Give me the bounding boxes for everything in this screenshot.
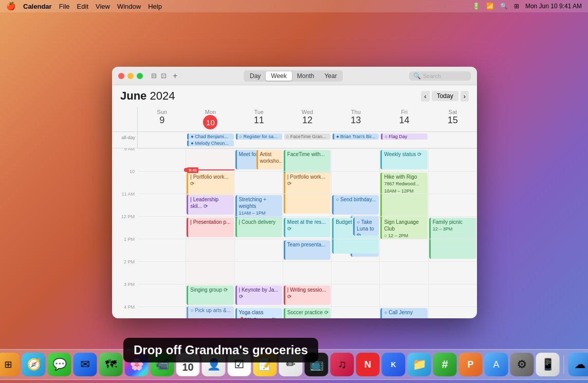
tab-month[interactable]: Month (292, 71, 319, 81)
slot-fri-10[interactable]: Hike with Rigo7867 Redwood...10AM – 12PM (380, 171, 428, 194)
dock-safari[interactable]: 🧭 (22, 353, 46, 376)
slot-fri-4[interactable]: ○ Call Jenny Guitar lessons... (380, 307, 428, 318)
event-chad-benjamin[interactable]: ● Chad Benjami... (187, 133, 233, 140)
slot-sat-4[interactable] (429, 307, 477, 318)
add-event-icon[interactable]: + (173, 71, 177, 81)
app-menu-calendar[interactable]: Calendar (23, 3, 52, 10)
slot-thu-9[interactable] (332, 148, 380, 171)
slot-fri-11[interactable] (380, 194, 428, 216)
event-melody-cheun[interactable]: ● Melody Cheun... (187, 140, 233, 146)
slot-mon-1[interactable] (186, 239, 234, 261)
dock-maps[interactable]: 🗺 (99, 353, 123, 376)
slot-sun-4[interactable] (138, 307, 186, 318)
event-writing-session[interactable]: | Writing sessio... ⟳ (284, 285, 330, 305)
event-meet-res[interactable]: Meet at the res... ⟳ (284, 218, 330, 237)
slot-sun-12[interactable] (138, 216, 186, 239)
menu-view[interactable]: View (96, 3, 110, 10)
slot-mon-2[interactable] (186, 261, 234, 284)
dock-mail[interactable]: ✉ (74, 353, 97, 376)
dock-icloud[interactable]: ☁ (568, 353, 589, 376)
slot-thu-1[interactable] (332, 239, 380, 261)
slot-sat-2[interactable] (429, 261, 477, 284)
inbox-icon[interactable]: ⊡ (161, 72, 167, 80)
tab-week[interactable]: Week (266, 71, 291, 81)
sidebar-toggle-icon[interactable]: ⊟ (151, 72, 157, 80)
next-button[interactable]: › (461, 91, 469, 102)
slot-wed-11[interactable] (283, 194, 332, 216)
event-flag-day[interactable]: ○ Flag Day (381, 133, 427, 140)
event-couch-delivery[interactable]: | Couch delivery (235, 218, 282, 237)
event-send-birthday[interactable]: ○ Send birthday... (332, 195, 379, 215)
close-button[interactable] (118, 73, 124, 79)
dock-iphone[interactable]: 📱 (536, 353, 560, 376)
slot-tue-12[interactable]: | Couch delivery (235, 216, 283, 239)
event-keynote[interactable]: | Keynote by Ja... ⟳ (235, 285, 282, 305)
slot-thu-11[interactable]: ○ Send birthday... Stretching + weights1… (332, 194, 380, 216)
dock-news[interactable]: N (356, 353, 380, 376)
slot-sun-9[interactable] (138, 148, 186, 171)
dock-keynote[interactable]: K (382, 353, 406, 376)
slot-thu-12[interactable]: Budget meeting ○ Take Luna to th... (332, 216, 380, 239)
time-grid-container[interactable]: 9 AM 9:41 Meet for coffee Artist worksho… (112, 148, 477, 318)
slot-mon-10[interactable]: | Portfolio work... ⟳ (186, 171, 234, 194)
dock-appstore[interactable]: A (485, 353, 508, 376)
today-button[interactable]: Today (432, 91, 458, 101)
slot-thu-4[interactable] (332, 307, 380, 318)
search-bar[interactable]: 🔍 Search (409, 71, 471, 81)
slot-fri-2[interactable] (380, 261, 428, 284)
event-artist-workshop[interactable]: Artist worksho... (256, 150, 282, 169)
event-team-presenta[interactable]: Team presenta... (284, 240, 330, 260)
dock-files[interactable]: 📁 (408, 353, 431, 376)
slot-sat-10[interactable] (429, 171, 477, 194)
apple-menu[interactable]: 🍎 (6, 2, 16, 11)
slot-tue-10[interactable] (235, 171, 283, 194)
slot-tue-2[interactable] (235, 261, 283, 284)
search-icon[interactable]: 🔍 (500, 3, 508, 10)
slot-sun-11[interactable] (138, 194, 186, 216)
slot-wed-9[interactable]: FaceTime with... (283, 148, 332, 171)
slot-wed-12[interactable]: Meet at the res... ⟳ (283, 216, 332, 239)
event-sign-language[interactable]: Sign Language Club○ 12 – 2PM (380, 218, 427, 237)
slot-tue-3[interactable]: | Keynote by Ja... ⟳ (235, 284, 283, 307)
slot-wed-10[interactable]: | Portfolio work... ⟳ (283, 171, 332, 194)
slot-thu-3[interactable] (332, 284, 380, 307)
event-facetime-gran[interactable]: ○ FaceTime Gran... (284, 133, 330, 140)
prev-button[interactable]: ‹ (421, 91, 429, 102)
slot-fri-1[interactable] (380, 239, 428, 261)
slot-mon-9[interactable]: 9:41 (186, 148, 234, 171)
slot-sat-11[interactable] (429, 194, 477, 216)
slot-tue-1[interactable] (235, 239, 283, 261)
slot-sun-3[interactable] (138, 284, 186, 307)
event-yoga-class[interactable]: Yoga class📍501 Stanyan St...⏰4 – 5:30PM (235, 308, 282, 318)
event-leadership-skills[interactable]: | Leadership skil... ⟳ (187, 195, 233, 215)
slot-sat-3[interactable] (429, 284, 477, 307)
slot-wed-4[interactable]: Soccer practice ⟳ (283, 307, 332, 318)
slot-mon-3[interactable]: Singing group ⟳ ○ Pick up arts &... (186, 284, 234, 307)
menu-window[interactable]: Window (117, 3, 141, 10)
control-center-icon[interactable]: ⊞ (514, 3, 519, 10)
slot-wed-3[interactable]: | Writing sessio... ⟳ (283, 284, 332, 307)
event-weekly-status[interactable]: Weekly status ⟳ (380, 150, 427, 169)
event-register[interactable]: ○ Register for sa... (236, 133, 282, 140)
event-presentation-p[interactable]: | Presentation p... (187, 218, 233, 237)
tab-day[interactable]: Day (245, 71, 266, 81)
minimize-button[interactable] (127, 73, 134, 79)
event-singing-group[interactable]: Singing group ⟳ (187, 285, 233, 305)
slot-wed-1[interactable]: Team presenta... (283, 239, 332, 261)
slot-tue-4[interactable]: Yoga class📍501 Stanyan St...⏰4 – 5:30PM (235, 307, 283, 318)
slot-fri-3[interactable] (380, 284, 428, 307)
dock-music[interactable]: ♫ (330, 353, 354, 376)
menu-file[interactable]: File (59, 3, 70, 10)
slot-wed-2[interactable] (283, 261, 332, 284)
slot-sun-10[interactable] (138, 171, 186, 194)
dock-messages[interactable]: 💬 (48, 353, 71, 376)
dock-pages[interactable]: P (459, 353, 483, 376)
event-take-luna[interactable]: ○ Take Luna to th... (353, 218, 379, 236)
tab-year[interactable]: Year (319, 71, 342, 81)
slot-sun-2[interactable] (138, 261, 186, 284)
dock-numbers[interactable]: # (433, 353, 457, 376)
slot-fri-12[interactable]: Sign Language Club○ 12 – 2PM (380, 216, 428, 239)
menu-help[interactable]: Help (148, 3, 162, 10)
slot-mon-11[interactable]: | Leadership skil... ⟳ (186, 194, 234, 216)
slot-mon-4[interactable] (186, 307, 234, 318)
